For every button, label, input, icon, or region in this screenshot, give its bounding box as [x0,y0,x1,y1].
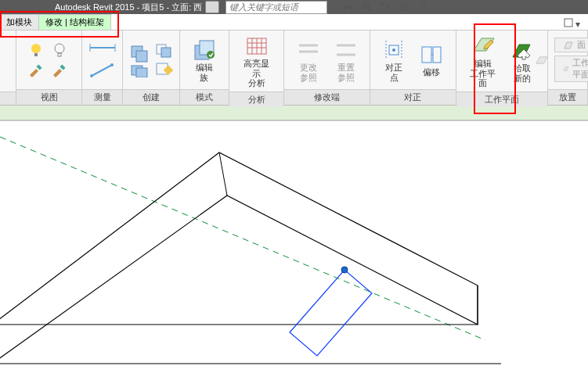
panel-title-mode: 模式 [180,89,229,105]
place-on-face-button[interactable]: 面 [554,38,588,52]
ribbon-tabs: 加模块 修改 | 结构框架 ▾ [0,14,588,30]
svg-line-13 [92,65,112,76]
search-input[interactable] [225,1,327,14]
panel-mode: 编辑 族 模式 [180,30,229,105]
place-icon[interactable] [534,49,550,71]
svg-point-0 [363,3,369,9]
collapse-icon [564,18,573,27]
wp-small-icon [563,63,569,74]
drawing-canvas[interactable] [0,120,588,391]
offset-button[interactable]: 偏移 [417,42,446,77]
brush-alt-icon[interactable] [52,63,70,78]
tab-modify-structural-framing[interactable]: 修改 | 结构框架 [38,14,111,30]
bulb-icon[interactable] [28,42,47,58]
panel-justify: 对正 点 偏移 对正 [370,30,456,105]
user-icon[interactable] [418,2,429,13]
svg-rect-7 [58,53,61,56]
minimize-button[interactable] [205,1,219,13]
offset-icon [419,42,444,67]
panel-measure: 测量 [82,30,122,105]
edit-workplane-button[interactable]: 编辑 工作平面 [467,34,499,88]
svg-rect-17 [136,51,147,62]
svg-point-50 [341,267,348,273]
svg-point-14 [90,74,93,77]
panel-title-create: 创建 [123,89,179,105]
panel-left-edge [0,30,16,105]
svg-rect-42 [433,47,441,63]
align-point-button[interactable]: 对正 点 [380,38,408,82]
edit-workplane-icon [471,34,496,59]
svg-line-47 [219,152,227,196]
svg-point-40 [392,48,395,52]
svg-line-1 [368,8,371,11]
reset-ref-icon [334,38,359,63]
svg-point-2 [422,3,426,7]
panel-title-workplane: 工作平面 [456,91,547,107]
title-bar: Autodesk Revit 2015 - 项目5 - 立面: 西 [0,0,588,14]
panel-title-justify: 对正 [370,89,456,105]
brush-icon[interactable] [28,63,47,78]
tools-icon[interactable] [381,2,391,13]
reset-ref-button: 重置 参照 [332,38,360,82]
change-ref-icon [296,38,321,63]
bulb-outline-icon[interactable] [52,42,70,58]
titlebar-icons [343,2,429,13]
measure-icon[interactable] [88,62,117,79]
svg-rect-5 [34,53,38,56]
svg-rect-9 [60,64,65,70]
model-view [0,121,588,391]
svg-rect-19 [136,68,147,77]
copy-box-icon[interactable] [155,43,174,59]
panel-modify-end: 更改 参照 重置 参照 修改端 [284,30,370,105]
svg-point-4 [31,44,41,53]
app-title: Autodesk Revit 2015 - 项目5 - 立面: 西 [55,2,202,13]
panel-title-place: 放置 [548,89,587,105]
edit-family-icon [192,38,217,63]
panel-view: 视图 [16,30,82,105]
svg-rect-3 [565,19,572,27]
svg-rect-8 [36,64,41,70]
diamond-box-icon[interactable] [155,62,174,77]
svg-rect-41 [422,47,431,63]
svg-point-15 [110,63,114,66]
svg-rect-23 [163,65,173,75]
panel-place: 面 工作平面 放置 [548,30,588,105]
search-icon[interactable] [362,2,373,13]
panel-title-analysis: 分析 [229,91,284,107]
ribbon: 视图 测量 创建 编辑 族 [0,30,588,106]
star-icon[interactable] [399,2,410,13]
ribbon-collapse-button[interactable]: ▾ [556,18,588,30]
svg-line-44 [0,137,485,340]
edit-family-button[interactable]: 编辑 族 [190,38,218,82]
panel-analysis: 高亮显示 分析 分析 [229,30,285,105]
align-point-icon [381,38,406,63]
svg-point-26 [207,51,215,59]
options-bar [0,106,588,120]
svg-point-6 [55,44,64,53]
panel-title-measure: 测量 [82,89,121,105]
panel-title-modify-end: 修改端 [284,89,370,105]
create-similar-icon[interactable] [128,43,152,77]
face-icon [563,40,574,51]
svg-rect-21 [161,48,171,57]
panel-create: 创建 [123,30,180,105]
binoculars-icon[interactable] [343,2,354,13]
change-ref-button: 更改 参照 [294,38,323,82]
dimension-icon[interactable] [88,41,117,54]
place-on-workplane-button[interactable]: 工作平面 [554,56,588,82]
highlight-icon [244,34,269,59]
highlight-analysis-button[interactable]: 高亮显示 分析 [240,34,273,88]
tab-add-module[interactable]: 加模块 [0,14,39,30]
panel-title-view: 视图 [16,89,81,105]
